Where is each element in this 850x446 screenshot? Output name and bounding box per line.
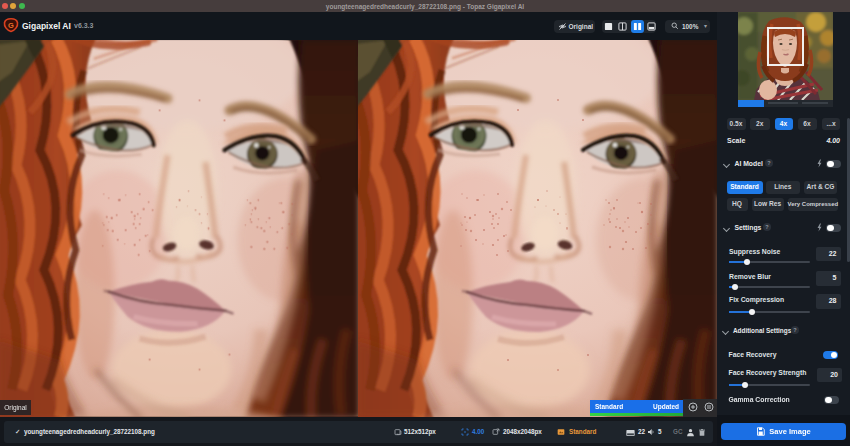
svg-text:G: G [8,21,14,30]
